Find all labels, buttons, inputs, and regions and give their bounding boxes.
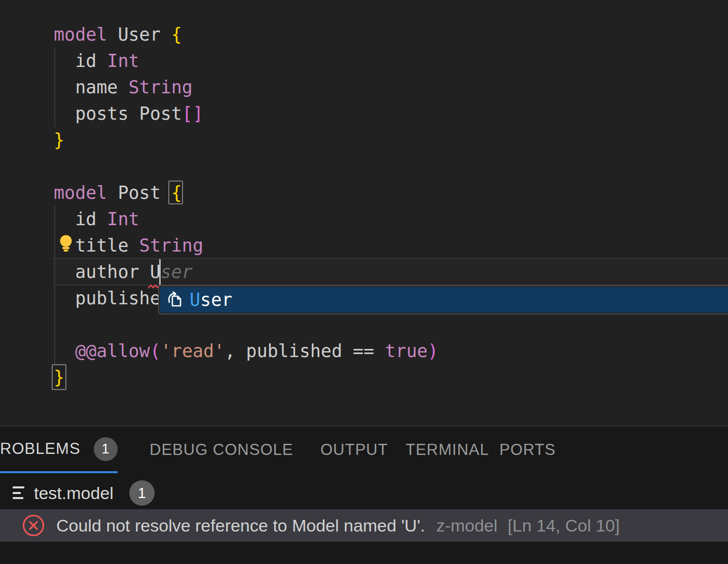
error-circle-icon (22, 514, 45, 537)
file-lines-icon (13, 486, 25, 500)
file-name: test.model (34, 483, 114, 503)
code-line[interactable]: posts Post[] (54, 100, 203, 127)
code-editor[interactable]: model User { id Int name String posts Po… (0, 0, 728, 426)
code-line[interactable]: @@allow('read', published == true) (54, 338, 439, 364)
problems-count-badge: 1 (94, 437, 118, 461)
tab-problems[interactable]: ROBLEMS 1 (0, 427, 118, 473)
tab-terminal[interactable]: TERMINAL (406, 427, 489, 473)
code-line[interactable]: name String (54, 74, 193, 100)
code-line[interactable]: publishe (54, 285, 161, 311)
suggest-widget: User (158, 285, 728, 314)
problem-location: [Ln 14, Col 10] (507, 516, 620, 536)
suggest-item-label: User (190, 290, 232, 310)
bottom-panel: ROBLEMS 1 DEBUG CONSOLE OUTPUT TERMINAL … (0, 426, 728, 564)
problem-row[interactable]: Could not resolve reference to Model nam… (0, 509, 728, 542)
suggest-item-user[interactable]: User (160, 287, 728, 312)
tab-output[interactable]: OUTPUT (320, 427, 388, 473)
tab-ports-label: PORTS (499, 441, 556, 459)
code-line[interactable]: id Int (54, 48, 139, 74)
vscode-window: model User { id Int name String posts Po… (0, 0, 728, 564)
code-line[interactable]: } (54, 127, 64, 153)
tab-problems-label: ROBLEMS (0, 440, 81, 458)
code-line[interactable]: id Int (54, 206, 139, 232)
bracket-match-box (52, 364, 66, 390)
code-line[interactable]: title String (54, 232, 203, 259)
code-line[interactable]: author User (54, 259, 193, 285)
file-problem-count-badge: 1 (129, 480, 155, 506)
tab-terminal-label: TERMINAL (406, 441, 489, 459)
code-line[interactable]: model User { (54, 21, 182, 48)
text-cursor (159, 259, 161, 285)
lightbulb-icon[interactable] (56, 233, 76, 253)
problem-message: Could not resolve reference to Model nam… (56, 516, 425, 536)
bracket-match-box (168, 181, 183, 204)
tab-debug-console[interactable]: DEBUG CONSOLE (150, 427, 293, 473)
tab-debug-console-label: DEBUG CONSOLE (150, 441, 293, 459)
problems-file-row[interactable]: test.model 1 (0, 477, 728, 509)
problem-source: z-model (436, 516, 497, 536)
file-reference-icon (165, 290, 185, 309)
tab-output-label: OUTPUT (320, 441, 388, 459)
tab-ports[interactable]: PORTS (499, 427, 556, 473)
code-line[interactable]: model Post { (54, 180, 182, 206)
